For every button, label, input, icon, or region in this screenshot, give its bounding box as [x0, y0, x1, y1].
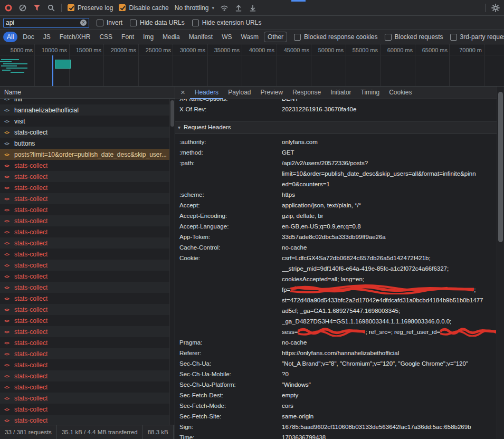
request-row[interactable]: <>visit [0, 116, 175, 127]
close-icon[interactable]: × [177, 88, 190, 98]
request-row[interactable]: <>stats-collect [0, 370, 175, 381]
header-value: gzip, deflate, br [282, 211, 497, 221]
tab-preview[interactable]: Preview [256, 87, 288, 99]
checkbox-box [294, 34, 301, 41]
search-icon[interactable] [47, 4, 55, 12]
request-row[interactable]: <>stats-collect [0, 282, 175, 293]
script-icon: <> [4, 207, 11, 213]
request-row[interactable]: <>stats-collect [0, 381, 175, 393]
request-row[interactable]: <>stats-collect [0, 315, 175, 326]
headers-view: X-Frame-Options: DENY X-Of-Rev: 20231226… [175, 99, 504, 439]
checkbox-box [450, 34, 457, 41]
redaction-scribble [298, 328, 365, 335]
script-icon: <> [4, 99, 11, 102]
script-icon: <> [4, 108, 11, 113]
request-row[interactable]: <>stats-collect [0, 127, 175, 138]
request-row[interactable]: <>stats-collect [0, 393, 175, 404]
type-filter-all[interactable]: All [3, 32, 17, 42]
blocked-response-cookies-checkbox[interactable]: Blocked response cookies [294, 33, 377, 41]
waterfall-bar [1, 65, 17, 66]
request-list-scrollbar[interactable] [169, 99, 175, 425]
filter-icon[interactable] [33, 4, 41, 12]
request-row[interactable]: <>stats-collect [0, 226, 175, 237]
tab-headers[interactable]: Headers [190, 87, 223, 99]
request-row[interactable]: <>init [0, 99, 175, 104]
clear-network-log-icon[interactable] [18, 4, 27, 12]
hide-data-urls-checkbox[interactable]: Hide data URLs [130, 19, 185, 26]
script-icon: <> [4, 252, 11, 257]
clear-filter-icon[interactable]: × [80, 20, 87, 26]
type-filter-css[interactable]: CSS [96, 32, 116, 42]
checkbox-box [119, 4, 126, 11]
tab-payload[interactable]: Payload [223, 87, 255, 99]
tab-initiator[interactable]: Initiator [326, 87, 356, 99]
request-row[interactable]: <>stats-collect [0, 160, 175, 171]
request-row-selected[interactable]: <>posts?limit=10&order=publish_date_desc… [0, 149, 175, 160]
request-row[interactable]: <>stats-collect [0, 326, 175, 337]
hide-extension-urls-checkbox[interactable]: Hide extension URLs [192, 19, 262, 26]
header-value: no-cache [282, 242, 497, 253]
third-party-requests-checkbox[interactable]: 3rd-party requests [450, 33, 504, 41]
header-row-cookie: Cookie: csrf=LdfcGX4Sa72db06824c657db26a… [175, 253, 497, 337]
header-name: Accept: [175, 200, 282, 211]
request-row[interactable]: <>stats-collect [0, 215, 175, 226]
detail-scrollbar[interactable] [497, 87, 504, 439]
request-row[interactable]: <>stats-collect [0, 415, 175, 425]
scrollbar-thumb[interactable] [498, 92, 503, 242]
request-row[interactable]: <>stats-collect [0, 171, 175, 182]
script-icon: <> [4, 185, 11, 190]
header-name: Cache-Control: [175, 242, 282, 253]
network-conditions-icon[interactable] [220, 4, 229, 12]
throttling-dropdown[interactable]: No throttling ▾ [175, 4, 214, 12]
transferred-size: 35.1 kB / 4.4 MB transferred [57, 425, 143, 439]
record-icon[interactable] [4, 4, 13, 12]
redaction-scribble [290, 286, 474, 293]
tab-response[interactable]: Response [288, 87, 326, 99]
script-icon: <> [4, 329, 11, 335]
script-icon: <> [4, 218, 11, 224]
request-row[interactable]: <>hannahelizabethofficial [0, 104, 175, 116]
network-filter-input[interactable]: api × [3, 18, 89, 28]
type-filter-media[interactable]: Media [159, 32, 184, 42]
request-row[interactable]: <>buttons [0, 138, 175, 149]
request-row[interactable]: <>stats-collect [0, 293, 175, 304]
network-overview-timeline[interactable]: 5000 ms 10000 ms 15000 ms 20000 ms 25000… [0, 44, 504, 87]
type-filter-img[interactable]: Img [139, 32, 157, 42]
scrollbar-thumb[interactable] [170, 100, 174, 127]
redaction-scribble [440, 328, 496, 335]
gridline [311, 44, 311, 86]
export-har-icon[interactable] [249, 4, 257, 12]
blocked-requests-checkbox[interactable]: Blocked requests [385, 33, 443, 41]
invert-checkbox[interactable]: Invert [97, 19, 122, 26]
request-row[interactable]: <>stats-collect [0, 249, 175, 260]
type-filter-js[interactable]: JS [40, 32, 54, 42]
request-row[interactable]: <>stats-collect [0, 359, 175, 370]
type-filter-wasm[interactable]: Wasm [237, 32, 263, 42]
request-row[interactable]: <>stats-collect [0, 182, 175, 193]
request-headers-section-header[interactable]: ▾ Request Headers [175, 121, 497, 133]
preserve-log-checkbox[interactable]: Preserve log [68, 4, 113, 12]
request-row[interactable]: <>stats-collect [0, 237, 175, 249]
request-row[interactable]: <>stats-collect [0, 404, 175, 415]
disable-cache-checkbox[interactable]: Disable cache [119, 4, 168, 12]
script-icon: <> [4, 374, 11, 379]
type-filter-font[interactable]: Font [118, 32, 138, 42]
tab-cookies[interactable]: Cookies [384, 87, 416, 99]
request-row[interactable]: <>stats-collect [0, 204, 175, 215]
request-row[interactable]: <>stats-collect [0, 193, 175, 204]
request-row[interactable]: <>stats-collect [0, 337, 175, 348]
type-filter-ws[interactable]: WS [218, 32, 235, 42]
request-row[interactable]: <>stats-collect [0, 304, 175, 315]
request-row[interactable]: <>stats-collect [0, 348, 175, 359]
import-har-icon[interactable] [234, 4, 243, 12]
request-row[interactable]: <>stats-collect [0, 260, 175, 271]
type-filter-fetch-xhr[interactable]: Fetch/XHR [56, 32, 94, 42]
tab-timing[interactable]: Timing [356, 87, 385, 99]
type-filter-manifest[interactable]: Manifest [185, 32, 216, 42]
request-row[interactable]: <>stats-collect [0, 271, 175, 282]
gear-icon[interactable] [491, 4, 500, 12]
name-column-header[interactable]: Name [0, 87, 175, 99]
checkbox-box [68, 4, 74, 11]
type-filter-doc[interactable]: Doc [19, 32, 37, 42]
type-filter-other[interactable]: Other [264, 32, 287, 42]
